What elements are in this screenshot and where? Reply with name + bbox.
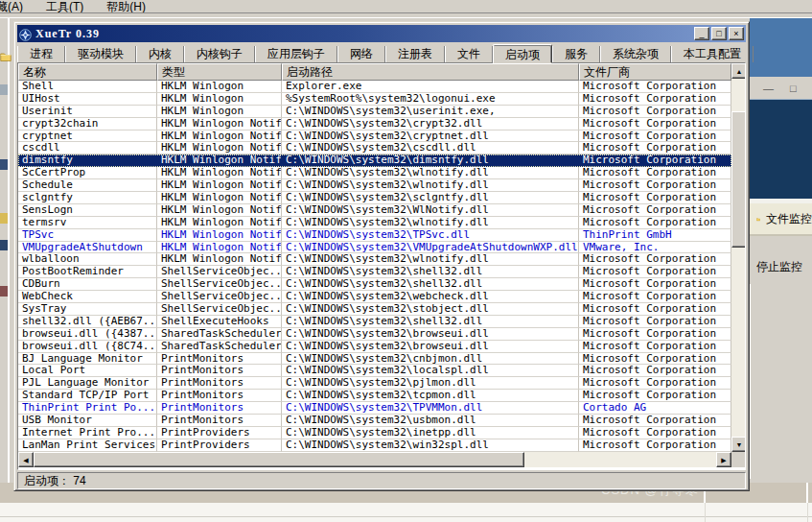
table-cell: ScCertProp: [18, 167, 157, 179]
scroll-down-icon[interactable]: ▼: [731, 437, 746, 452]
table-row[interactable]: sclgntfyHKLM Winlogon NotifyC:\WINDOWS\s…: [18, 192, 731, 204]
table-row[interactable]: PostBootReminderShellServiceObjec...C:\W…: [18, 266, 731, 278]
tab-驱动模块[interactable]: 驱动模块: [65, 46, 136, 62]
background-maximize-icon[interactable]: □: [790, 83, 797, 94]
table-cell: BJ Language Monitor: [18, 353, 157, 366]
scroll-left-icon[interactable]: ◀: [18, 452, 34, 467]
table-cell: Schedule: [18, 179, 157, 192]
table-row[interactable]: cscdllHKLM Winlogon NotifyC:\WINDOWS\sys…: [18, 142, 731, 154]
table-row[interactable]: BJ Language MonitorPrintMonitorsC:\WINDO…: [18, 353, 731, 366]
horizontal-scrollbar[interactable]: ◀ ▶: [18, 452, 731, 467]
table-cell: crypt32chain: [18, 118, 157, 130]
tab-注册表[interactable]: 注册表: [385, 46, 445, 62]
table-header: 名称类型启动路径文件厂商: [18, 63, 731, 81]
column-header[interactable]: 类型: [157, 63, 282, 81]
tab-内核钩子[interactable]: 内核钩子: [184, 46, 255, 62]
table-row[interactable]: browseui.dll ({4387...SharedTaskSchedule…: [18, 328, 731, 341]
tab-bar: 进程驱动模块内核内核钩子应用层钩子网络注册表文件启动项服务系统杂项本工具配置: [17, 42, 746, 62]
horizontal-scroll-thumb[interactable]: [34, 452, 524, 467]
scroll-right-icon[interactable]: ▶: [716, 452, 731, 467]
table-row[interactable]: crypt32chainHKLM Winlogon NotifyC:\WINDO…: [18, 118, 731, 130]
table-cell: C:\WINDOWS\system32\sclgntfy.dll: [282, 192, 579, 204]
table-row[interactable]: ShellHKLM WinlogonExplorer.exeMicrosoft …: [18, 81, 731, 93]
table-row[interactable]: USB MonitorPrintMonitorsC:\WINDOWS\syste…: [18, 415, 731, 427]
vertical-scroll-thumb[interactable]: [731, 111, 746, 248]
background-file-monitor-tab[interactable]: 文件监控: [750, 203, 812, 236]
table-row[interactable]: termsrvHKLM Winlogon NotifyC:\WINDOWS\sy…: [18, 217, 731, 229]
status-bar: 启动项： 74: [17, 472, 746, 489]
background-bottom-sheet: [0, 503, 812, 522]
table-row[interactable]: ScheduleHKLM Winlogon NotifyC:\WINDOWS\s…: [18, 179, 731, 192]
vertical-scrollbar[interactable]: ▲ ▼: [731, 63, 746, 452]
tab-进程[interactable]: 进程: [17, 46, 65, 62]
tab-网络[interactable]: 网络: [337, 46, 385, 62]
table-row[interactable]: ScCertPropHKLM Winlogon NotifyC:\WINDOWS…: [18, 167, 731, 179]
table-cell: C:\WINDOWS\system32\shell32.dll: [282, 316, 579, 328]
background-minimize-icon[interactable]: —: [763, 83, 774, 94]
table-cell: Microsoft Corporation: [579, 130, 731, 143]
tab-系统杂项[interactable]: 系统杂项: [600, 46, 671, 62]
table-row[interactable]: Internet Print Pro...PrintProvidersC:\WI…: [18, 427, 731, 439]
table-row[interactable]: Local PortPrintMonitorsC:\WINDOWS\system…: [18, 365, 731, 377]
tab-启动项[interactable]: 启动项: [493, 44, 552, 63]
tab-文件[interactable]: 文件: [445, 46, 493, 62]
table-cell: C:\WINDOWS\system32\cscdll.dll: [282, 142, 579, 154]
table-cell: HKLM Winlogon: [157, 106, 282, 118]
table-row[interactable]: wlballoonHKLM Winlogon NotifyC:\WINDOWS\…: [18, 253, 731, 266]
title-bar[interactable]: XueTr 0.39 _ □ ×: [17, 25, 746, 42]
table-row[interactable]: shell32.dll ({AEB67...ShellExecuteHooksC…: [18, 316, 731, 328]
column-header[interactable]: 名称: [18, 63, 157, 81]
table-row[interactable]: SysTrayShellServiceObjec...C:\WINDOWS\sy…: [18, 303, 731, 316]
table-row[interactable]: VMUpgradeAtShutdownHKLM Winlogon NotifyC…: [18, 242, 731, 254]
tab-内核[interactable]: 内核: [136, 46, 184, 62]
scroll-up-icon[interactable]: ▲: [731, 63, 746, 79]
minimize-button[interactable]: _: [694, 27, 709, 40]
table-cell: PostBootReminder: [18, 266, 157, 278]
table-cell: VMUpgradeAtShutdown: [18, 242, 157, 254]
table-row[interactable]: PJL Language MonitorPrintMonitorsC:\WIND…: [18, 377, 731, 390]
background-right-window: — □ 文件监控 停止监控: [750, 18, 812, 483]
close-button[interactable]: ×: [729, 27, 744, 40]
table-cell: Microsoft Corporation: [579, 439, 731, 452]
table-body: ShellHKLM WinlogonExplorer.exeMicrosoft …: [18, 81, 731, 452]
stop-monitoring-button[interactable]: 停止监控: [750, 236, 812, 284]
table-cell: C:\WINDOWS\system32\WlNotify.dll: [282, 204, 579, 217]
menu-item[interactable]: 帮助(H): [106, 0, 146, 13]
table-cell: C:\WINDOWS\system32\dimsntfy.dll: [282, 154, 579, 167]
table-row[interactable]: ThinPrint Print Po...PrintMonitorsC:\WIN…: [18, 402, 731, 415]
tab-服务[interactable]: 服务: [552, 46, 600, 62]
table-row[interactable]: UserinitHKLM WinlogonC:\WINDOWS\system32…: [18, 106, 731, 118]
column-header[interactable]: 文件厂商: [579, 63, 731, 81]
menu-item[interactable]: 收藏(A): [0, 0, 23, 13]
tab-本工具配置[interactable]: 本工具配置: [671, 46, 754, 62]
table-cell: SharedTaskScheduler: [157, 328, 282, 341]
table-cell: C:\WINDOWS\system32\stobject.dll: [282, 303, 579, 316]
xuetr-window: XueTr 0.39 _ □ × 进程驱动模块内核内核钩子应用层钩子网络注册表文…: [13, 21, 750, 491]
maximize-button[interactable]: □: [711, 27, 727, 40]
table-row[interactable]: WebCheckShellServiceObjec...C:\WINDOWS\s…: [18, 291, 731, 303]
vertical-scroll-track[interactable]: [731, 79, 746, 437]
table-cell: HKLM Winlogon Notify: [157, 253, 282, 266]
table-row[interactable]: CDBurnShellServiceObjec...C:\WINDOWS\sys…: [18, 278, 731, 291]
table-cell: ShellServiceObjec...: [157, 291, 282, 303]
table-row[interactable]: cryptnetHKLM Winlogon NotifyC:\WINDOWS\s…: [18, 130, 731, 143]
menu-item[interactable]: 工具(T): [46, 0, 83, 13]
table-row[interactable]: LanMan Print ServicesPrintProvidersC:\WI…: [18, 439, 731, 452]
table-row[interactable]: browseui.dll ({8C74...SharedTaskSchedule…: [18, 341, 731, 353]
table-cell: PrintProviders: [157, 439, 282, 452]
table-cell: C:\WINDOWS\system32\shell32.dll: [282, 266, 579, 278]
horizontal-scroll-track[interactable]: [34, 452, 716, 467]
table-cell: C:\WINDOWS\system32\webcheck.dll: [282, 291, 579, 303]
background-fragment: [0, 159, 8, 170]
table-row[interactable]: TPSvcHKLM Winlogon NotifyC:\WINDOWS\syst…: [18, 229, 731, 242]
table-row[interactable]: Standard TCP/IP PortPrintMonitorsC:\WIND…: [18, 390, 731, 402]
table-row[interactable]: SensLognHKLM Winlogon NotifyC:\WINDOWS\s…: [18, 204, 731, 217]
background-menu-row: 收藏(A)工具(T)帮助(H): [0, 0, 146, 13]
tab-应用层钩子[interactable]: 应用层钩子: [255, 46, 337, 62]
column-header[interactable]: 启动路径: [282, 63, 579, 81]
grid-line: [806, 483, 808, 503]
table-row[interactable]: dimsntfyHKLM Winlogon NotifyC:\WINDOWS\s…: [18, 154, 731, 167]
background-fragment: [0, 213, 8, 224]
table-row[interactable]: UIHostHKLM Winlogon%SystemRoot%\system32…: [18, 93, 731, 106]
background-filler: [750, 284, 812, 479]
